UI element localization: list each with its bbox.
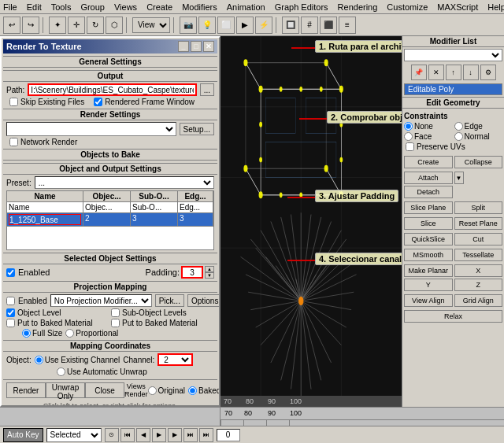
animation-select[interactable]: Selected	[46, 428, 102, 442]
mod-delete-icon[interactable]: ✕	[428, 65, 444, 80]
align-icon[interactable]: ≡	[339, 17, 356, 34]
network-render-checkbox[interactable]: Network Render	[9, 138, 77, 146]
face-radio[interactable]: Face	[404, 132, 453, 141]
light-icon[interactable]: 💡	[198, 17, 216, 34]
enabled-checkbox[interactable]	[6, 268, 15, 277]
none-input[interactable]	[404, 122, 413, 131]
use-existing-radio[interactable]: Use Existing Channel	[35, 356, 120, 364]
msmooth-button[interactable]: MSmooth	[404, 249, 453, 261]
view-align-button[interactable]: View Align	[404, 294, 453, 307]
menu-maxscript[interactable]: MAXScript	[437, 2, 478, 12]
mod-up-icon[interactable]: ↑	[446, 65, 461, 80]
proportional-radio[interactable]: Proportional	[65, 329, 118, 338]
maximize-button[interactable]: □	[191, 41, 202, 52]
proj-pick-button[interactable]: Pick...	[155, 294, 184, 307]
edge-radio[interactable]: Edge	[454, 122, 503, 131]
undo-button[interactable]: ↩	[3, 17, 20, 34]
camera-icon[interactable]: 📷	[180, 17, 197, 34]
menu-file[interactable]: File	[3, 2, 17, 12]
create-button[interactable]: Create	[404, 156, 453, 168]
attach-options-button[interactable]: ▼	[454, 172, 464, 184]
menu-create[interactable]: Create	[146, 2, 172, 12]
key-mode-button[interactable]: ⊙	[105, 428, 119, 442]
use-automatic-radio[interactable]: Use Automatic Unwrap	[57, 367, 147, 376]
y-button[interactable]: Y	[404, 279, 453, 291]
prev-key-button[interactable]: ◀	[136, 428, 150, 442]
padding-down-button[interactable]: ▼	[205, 272, 214, 279]
none-radio[interactable]: None	[404, 122, 453, 131]
frame-input[interactable]: 0	[217, 429, 240, 441]
move-button[interactable]: ✛	[68, 17, 85, 34]
mod-pin-icon[interactable]: 📌	[411, 65, 427, 80]
render-button[interactable]: Render	[6, 382, 46, 398]
presets-select[interactable]: ...	[35, 176, 214, 189]
obj-level-input[interactable]	[6, 308, 15, 317]
face-input[interactable]	[404, 132, 413, 141]
menu-customize[interactable]: Customize	[387, 2, 428, 12]
padding-spinner[interactable]: ▲ ▼	[205, 266, 214, 279]
minimize-button[interactable]: _	[178, 41, 189, 52]
detach-button[interactable]: Detach	[404, 186, 453, 198]
mod-down-icon[interactable]: ↓	[463, 65, 479, 80]
render-settings-select[interactable]	[6, 122, 176, 136]
rotate-button[interactable]: ↻	[87, 17, 104, 34]
z-button[interactable]: Z	[454, 279, 503, 291]
proj-options-button[interactable]: Options...	[187, 294, 220, 307]
auto-key-button[interactable]: Auto Key	[3, 428, 43, 442]
original-input[interactable]	[148, 386, 157, 395]
view-select[interactable]: View	[132, 17, 170, 33]
edge-input[interactable]	[454, 122, 463, 131]
network-render-input[interactable]	[9, 138, 18, 146]
baked-input[interactable]	[188, 386, 197, 395]
path-input[interactable]	[28, 83, 196, 96]
close-button[interactable]: ✕	[203, 41, 214, 52]
sub-obj-levels-checkbox[interactable]: Sub-Object Levels	[111, 308, 214, 317]
modifier-item-editable-poly[interactable]: Editable Poly	[404, 83, 502, 95]
full-size-input[interactable]	[22, 329, 31, 338]
select-button[interactable]: ✦	[49, 17, 66, 34]
menu-modifiers[interactable]: Modifiers	[182, 2, 217, 12]
baked-radio[interactable]: Baked	[188, 386, 220, 395]
render-icon[interactable]: ▶	[236, 17, 254, 34]
put-baked2-checkbox[interactable]: Put to Baked Material	[111, 319, 214, 327]
material-icon[interactable]: ⬜	[217, 17, 235, 34]
skip-existing-checkbox[interactable]: Skip Existing Files	[9, 98, 84, 106]
next-frame-button[interactable]: ⏭	[183, 428, 198, 442]
use-existing-input[interactable]	[35, 356, 43, 364]
proj-modifier-select[interactable]: No Projection Modifier...	[50, 294, 152, 307]
slice-button[interactable]: Slice	[404, 217, 453, 230]
normal-input[interactable]	[454, 132, 463, 141]
slice-plane-button[interactable]: Slice Plane	[404, 201, 453, 214]
menu-views[interactable]: Views	[114, 2, 137, 12]
collapse-button[interactable]: Collapse	[454, 156, 503, 168]
timeline-ruler[interactable]: 70 80 90 100	[220, 408, 504, 426]
attach-button[interactable]: Attach	[404, 172, 453, 184]
put-baked2-input[interactable]	[111, 319, 120, 327]
rendered-frame-checkbox[interactable]: Rendered Frame Window	[94, 98, 195, 106]
modifier-dropdown[interactable]	[404, 49, 502, 61]
snap-icon[interactable]: 🔲	[282, 17, 299, 34]
sub-obj-levels-input[interactable]	[111, 308, 120, 317]
channel-select[interactable]: 2 1 3	[158, 353, 193, 366]
full-size-radio[interactable]: Full Size	[22, 329, 62, 338]
original-radio[interactable]: Original	[148, 386, 185, 395]
put-baked1-checkbox[interactable]: Put to Baked Material	[6, 319, 109, 327]
menu-graph-editors[interactable]: Graph Editors	[275, 2, 328, 12]
menu-help[interactable]: Help	[487, 2, 504, 12]
table-row[interactable]: 2 3 3	[6, 213, 214, 227]
proportional-input[interactable]	[65, 329, 74, 338]
tessellate-button[interactable]: Tessellate	[454, 249, 503, 261]
menu-rendering[interactable]: Rendering	[338, 2, 378, 12]
menu-edit[interactable]: Edit	[27, 2, 42, 12]
play-button[interactable]: ▶	[152, 428, 166, 442]
path-browse-button[interactable]: ...	[200, 83, 214, 96]
menu-group[interactable]: Group	[80, 2, 105, 12]
make-planar-button[interactable]: Make Planar	[404, 264, 453, 277]
grid-align-button[interactable]: Grid Align	[454, 294, 503, 307]
skip-existing-input[interactable]	[9, 98, 18, 106]
padding-up-button[interactable]: ▲	[205, 266, 214, 272]
row2-name-input[interactable]	[9, 214, 81, 225]
rendered-frame-input[interactable]	[94, 98, 102, 106]
normal-radio[interactable]: Normal	[454, 132, 503, 141]
obj-level-checkbox[interactable]: Object Level	[6, 308, 109, 317]
